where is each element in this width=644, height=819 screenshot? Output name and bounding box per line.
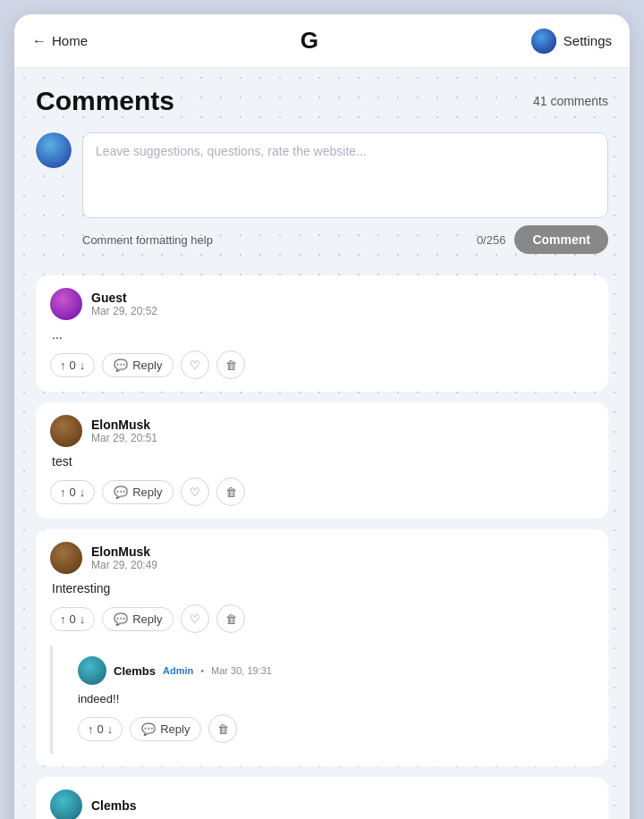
chat-icon: 💬 xyxy=(114,485,128,499)
upvote-icon: ↑ xyxy=(60,612,66,626)
reply-action-row: ↑ 0 ↓ 💬 Reply 🗑 xyxy=(78,714,581,743)
comment-author: Clembs xyxy=(91,798,137,813)
delete-button[interactable]: 🗑 xyxy=(216,350,245,379)
trash-icon: 🗑 xyxy=(225,485,237,499)
comment-meta: ElonMusk Mar 29, 20:51 xyxy=(91,418,157,444)
reply-author: Clembs xyxy=(114,664,156,678)
format-help-link[interactable]: Comment formatting help xyxy=(82,233,213,247)
chat-icon: 💬 xyxy=(141,722,156,736)
reply-author-row: Clembs Admin • Mar 30, 19:31 xyxy=(114,664,272,678)
heart-icon: ♡ xyxy=(190,485,200,499)
reply-button[interactable]: 💬 Reply xyxy=(102,607,174,631)
reply-label: Reply xyxy=(132,485,162,499)
comment-date: Mar 29, 20:51 xyxy=(91,432,157,444)
avatar xyxy=(50,415,82,447)
vote-button[interactable]: ↑ 0 ↓ xyxy=(50,480,95,504)
comment-text: ... xyxy=(50,327,594,342)
vote-button[interactable]: ↑ 0 ↓ xyxy=(50,353,95,377)
reply-block: Clembs Admin • Mar 30, 19:31 indeed!! ↑ … xyxy=(50,646,594,754)
comment-date: Mar 29, 20:49 xyxy=(91,559,157,571)
reply-label: Reply xyxy=(132,359,162,372)
comment-text: Interesting xyxy=(50,581,594,595)
reply-date-value: Mar 30, 19:31 xyxy=(211,665,272,676)
upvote-icon: ↑ xyxy=(88,722,94,736)
vote-count: 0 xyxy=(97,722,104,736)
comment-author: ElonMusk xyxy=(91,545,157,559)
comment-header: ElonMusk Mar 29, 20:49 xyxy=(50,542,594,574)
comment-header: ElonMusk Mar 29, 20:51 xyxy=(50,415,594,447)
downvote-icon: ↓ xyxy=(80,359,86,372)
reply-header: Clembs Admin • Mar 30, 19:31 xyxy=(78,656,581,685)
avatar xyxy=(50,789,82,819)
app-window: ← Home G Settings Comments 41 comments xyxy=(14,14,630,819)
avatar xyxy=(50,288,82,320)
reply-text: indeed!! xyxy=(78,692,581,705)
comment-item: ElonMusk Mar 29, 20:51 test ↑ 0 ↓ 💬 Repl… xyxy=(36,402,608,519)
action-row: ↑ 0 ↓ 💬 Reply ♡ 🗑 xyxy=(50,350,594,379)
content-area: Comments 41 comments Comment formatting … xyxy=(14,68,630,819)
settings-label: Settings xyxy=(564,33,612,48)
downvote-icon: ↓ xyxy=(80,612,86,626)
input-actions: 0/256 Comment xyxy=(477,225,608,254)
comment-author: Guest xyxy=(91,291,157,305)
comment-author: ElonMusk xyxy=(91,418,157,432)
reply-avatar xyxy=(78,656,106,685)
heart-icon: ♡ xyxy=(190,359,200,372)
comment-input[interactable] xyxy=(82,132,608,218)
vote-button[interactable]: ↑ 0 ↓ xyxy=(50,607,95,631)
trash-icon: 🗑 xyxy=(225,359,237,372)
action-row: ↑ 0 ↓ 💬 Reply ♡ 🗑 xyxy=(50,477,594,506)
settings-avatar xyxy=(531,29,556,54)
reply-button[interactable]: 💬 Reply xyxy=(102,353,174,377)
vote-button[interactable]: ↑ 0 ↓ xyxy=(78,717,123,741)
admin-badge: Admin xyxy=(163,665,193,676)
reply-meta: Clembs Admin • Mar 30, 19:31 xyxy=(114,664,272,678)
reply-date: • xyxy=(200,665,204,676)
upvote-icon: ↑ xyxy=(60,485,66,499)
chat-icon: 💬 xyxy=(114,359,128,372)
comment-text: test xyxy=(50,454,594,469)
like-button[interactable]: ♡ xyxy=(181,350,209,379)
vote-count: 0 xyxy=(70,359,76,372)
back-button[interactable]: ← Home xyxy=(32,33,88,49)
current-user-avatar xyxy=(36,132,72,168)
upvote-icon: ↑ xyxy=(60,359,66,372)
delete-button[interactable]: 🗑 xyxy=(216,604,245,633)
page-title: Comments xyxy=(36,86,174,116)
comment-header: Guest Mar 29, 20:52 xyxy=(50,288,594,320)
back-label: Home xyxy=(52,33,88,48)
downvote-icon: ↓ xyxy=(80,485,86,499)
comment-meta: ElonMusk Mar 29, 20:49 xyxy=(91,545,157,571)
heart-icon: ♡ xyxy=(190,612,200,626)
reply-item: Clembs Admin • Mar 30, 19:31 indeed!! ↑ … xyxy=(65,646,594,754)
trash-icon: 🗑 xyxy=(217,722,229,736)
comment-date: Mar 29, 20:52 xyxy=(91,305,157,317)
delete-button[interactable]: 🗑 xyxy=(216,477,245,506)
comment-item-partial: Clembs xyxy=(36,777,608,819)
delete-button[interactable]: 🗑 xyxy=(208,714,237,743)
comment-header: Clembs xyxy=(50,789,594,819)
header: ← Home G Settings xyxy=(14,14,630,68)
comment-meta: Guest Mar 29, 20:52 xyxy=(91,291,157,317)
reply-button[interactable]: 💬 Reply xyxy=(102,480,174,504)
settings-button[interactable]: Settings xyxy=(531,29,612,54)
like-button[interactable]: ♡ xyxy=(181,477,209,506)
like-button[interactable]: ♡ xyxy=(181,604,209,633)
logo-area: G xyxy=(301,27,318,55)
back-arrow-icon: ← xyxy=(32,33,47,49)
comment-meta: Clembs xyxy=(91,798,137,813)
action-row: ↑ 0 ↓ 💬 Reply ♡ 🗑 xyxy=(50,604,594,633)
vote-count: 0 xyxy=(70,485,76,499)
input-footer: Comment formatting help 0/256 Comment xyxy=(36,225,608,254)
submit-comment-button[interactable]: Comment xyxy=(514,225,608,254)
reply-button[interactable]: 💬 Reply xyxy=(130,717,201,741)
char-count: 0/256 xyxy=(477,233,506,247)
chat-icon: 💬 xyxy=(114,612,128,626)
comment-item: Guest Mar 29, 20:52 ... ↑ 0 ↓ 💬 Reply ♡ xyxy=(36,275,608,392)
title-row: Comments 41 comments xyxy=(36,86,608,116)
app-logo: G xyxy=(301,27,318,54)
reply-label: Reply xyxy=(160,722,190,736)
downvote-icon: ↓ xyxy=(107,722,114,736)
avatar xyxy=(50,542,82,574)
trash-icon: 🗑 xyxy=(225,612,237,626)
